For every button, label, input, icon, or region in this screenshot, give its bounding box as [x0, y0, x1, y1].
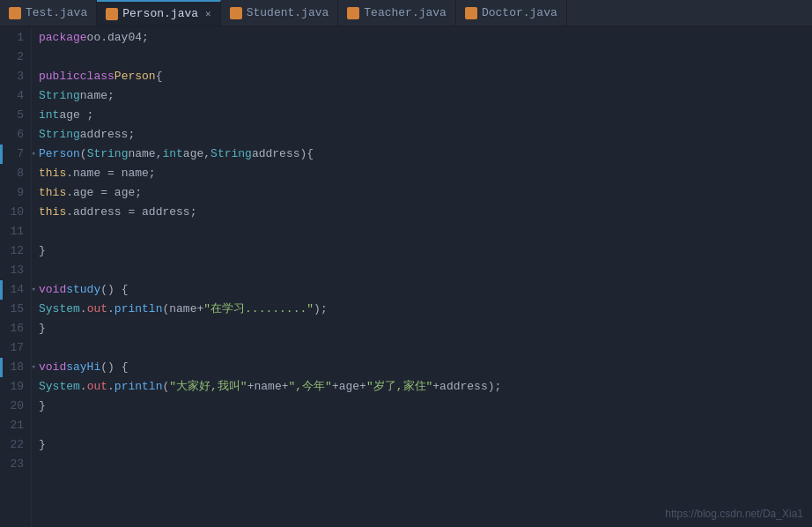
tab-label-person: Person.java [122, 7, 198, 20]
code-line-5: int age ; [39, 106, 812, 125]
code-line-1: package oo.day04; [39, 28, 812, 48]
line-number-23: 23 [4, 455, 24, 474]
code-line-20: } [39, 397, 812, 416]
code-line-18: void sayHi() { [39, 358, 812, 377]
line-number-18: 18▾ [4, 358, 24, 377]
tab-icon-doctor [465, 7, 477, 19]
line-number-11: 11 [4, 222, 24, 241]
code-line-6: String address; [39, 125, 812, 145]
tab-student-java[interactable]: Student.java [221, 0, 339, 26]
tab-icon-student [230, 7, 242, 19]
code-line-10: this.address = address; [39, 203, 812, 222]
line-number-1: 1 [4, 28, 24, 48]
tab-teacher-java[interactable]: Teacher.java [338, 0, 456, 26]
line-number-8: 8 [4, 164, 24, 183]
code-line-8: this.name = name; [39, 164, 812, 183]
line-number-16: 16 [4, 319, 24, 338]
tab-close-person[interactable]: ✕ [205, 8, 211, 19]
code-line-21 [39, 416, 812, 435]
code-line-13 [39, 261, 812, 280]
tab-icon-test [9, 7, 21, 19]
code-line-11 [39, 222, 812, 241]
code-content[interactable]: package oo.day04; public class Person { … [32, 26, 812, 527]
tab-person-java[interactable]: Person.java ✕ [97, 0, 220, 26]
line-number-21: 21 [4, 416, 24, 435]
tab-label-student: Student.java [247, 6, 329, 19]
tab-label-teacher: Teacher.java [364, 6, 447, 19]
line-number-5: 5 [4, 106, 24, 125]
line-numbers: 1234567▾891011121314▾15161718▾1920212223 [0, 26, 32, 527]
code-line-23 [39, 455, 812, 474]
line-number-7: 7▾ [4, 145, 24, 164]
code-line-3: public class Person { [39, 67, 812, 86]
line-number-12: 12 [4, 241, 24, 261]
code-line-14: void study() { [39, 280, 812, 300]
watermark: https://blog.csdn.net/Da_Xia1 [665, 508, 803, 520]
code-line-12: } [39, 241, 812, 261]
code-line-16: } [39, 319, 812, 338]
line-number-17: 17 [4, 338, 24, 358]
line-number-15: 15 [4, 300, 24, 319]
line-number-4: 4 [4, 86, 24, 106]
tab-test-java[interactable]: Test.java [0, 0, 97, 26]
line-number-14: 14▾ [4, 280, 24, 300]
code-line-22: } [39, 435, 812, 455]
code-line-9: this.age = age; [39, 183, 812, 203]
tab-label-doctor: Doctor.java [482, 6, 557, 19]
tab-label-test: Test.java [26, 6, 87, 19]
line-number-6: 6 [4, 125, 24, 145]
code-line-2 [39, 48, 812, 67]
tab-icon-teacher [347, 7, 359, 19]
code-line-7: Person(String name,int age,String addres… [39, 145, 812, 164]
line-number-2: 2 [4, 48, 24, 67]
line-number-9: 9 [4, 183, 24, 203]
tab-icon-person [106, 8, 118, 20]
code-line-19: System.out.println("大家好,我叫"+name+",今年"+a… [39, 377, 812, 397]
code-line-15: System.out.println(name+"在学习........."); [39, 300, 812, 319]
line-number-22: 22 [4, 435, 24, 455]
tab-bar: Test.java Person.java ✕ Student.java Tea… [0, 0, 812, 26]
code-line-4: String name; [39, 86, 812, 106]
code-line-17 [39, 338, 812, 358]
editor-area: 1234567▾891011121314▾15161718▾1920212223… [0, 26, 812, 527]
line-number-20: 20 [4, 397, 24, 416]
line-number-19: 19 [4, 377, 24, 397]
line-number-3: 3 [4, 67, 24, 86]
line-number-10: 10 [4, 203, 24, 222]
tab-doctor-java[interactable]: Doctor.java [456, 0, 567, 26]
line-number-13: 13 [4, 261, 24, 280]
